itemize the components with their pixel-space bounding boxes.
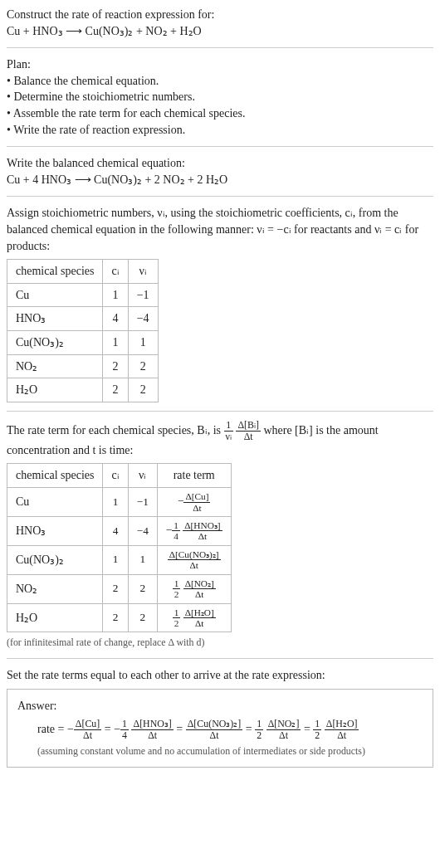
unbalanced-equation: Cu + HNO₃ ⟶ Cu(NO₃)₂ + NO₂ + H₂O (7, 23, 433, 40)
answer-label: Answer: (17, 698, 423, 714)
col-species: chemical species (7, 260, 103, 284)
divider (7, 411, 433, 412)
table-row: HNO₃4−4 (7, 307, 159, 331)
delta-frac: Δ[Cu(NO₃)₂]Δt (168, 549, 221, 571)
plan-bullet: • Write the rate of reaction expression. (7, 122, 433, 139)
coef-frac: 14 (120, 719, 129, 741)
answer-box: Answer: rate = −Δ[Cu]Δt = −14 Δ[HNO₃]Δt … (7, 689, 433, 768)
cell-species: HNO₃ (7, 516, 103, 545)
delta-frac: Δ[Cu]Δt (74, 719, 101, 741)
stoich-section: Assign stoichiometric numbers, νᵢ, using… (7, 205, 433, 402)
rate-label: rate = (37, 723, 67, 735)
final-note: (assuming constant volume and no accumul… (17, 744, 423, 758)
final-title: Set the rate terms equal to each other t… (7, 667, 433, 684)
cell-nui: 2 (128, 574, 157, 603)
rate-term-section: The rate term for each chemical species,… (7, 420, 433, 650)
cell-nui: −4 (128, 307, 158, 331)
table-row: Cu(NO₃)₂11 (7, 330, 159, 354)
cell-rate-term: 12 Δ[NO₂]Δt (157, 574, 231, 603)
rate-table-note: (for infinitesimal rate of change, repla… (7, 636, 433, 650)
cell-ci: 2 (103, 378, 128, 402)
problem-title: Construct the rate of reaction expressio… (7, 7, 433, 23)
cell-rate-term: −Δ[Cu]Δt (157, 488, 231, 517)
coef-frac: 12 (313, 719, 321, 741)
col-ci: cᵢ (103, 260, 128, 284)
table-header-row: chemical species cᵢ νᵢ rate term (7, 464, 232, 488)
cell-nui: −4 (128, 516, 157, 545)
delta-frac: Δ[H₂O]Δt (183, 607, 216, 629)
table-row: Cu1−1−Δ[Cu]Δt (7, 488, 232, 517)
table-row: NO₂2212 Δ[NO₂]Δt (7, 574, 232, 603)
coef-frac: 12 (255, 719, 263, 741)
cell-nui: −1 (128, 283, 158, 307)
cell-ci: 1 (103, 330, 128, 354)
plan-bullet: • Determine the stoichiometric numbers. (7, 89, 433, 105)
delta-frac: Δ[Cu]Δt (183, 491, 210, 513)
cell-rate-term: −14 Δ[HNO₃]Δt (157, 516, 231, 545)
table-row: HNO₃4−4−14 Δ[HNO₃]Δt (7, 516, 232, 545)
divider (7, 47, 433, 48)
cell-species: H₂O (7, 378, 103, 402)
plan-section: Plan: • Balance the chemical equation.• … (7, 56, 433, 138)
plan-bullet: • Balance the chemical equation. (7, 73, 433, 90)
table-row: Cu(NO₃)₂11Δ[Cu(NO₃)₂]Δt (7, 545, 232, 574)
balanced-title: Write the balanced chemical equation: (7, 155, 433, 172)
cell-rate-term: 12 Δ[H₂O]Δt (157, 603, 231, 632)
cell-nui: 2 (128, 603, 157, 632)
table-row: Cu1−1 (7, 283, 159, 307)
cell-ci: 2 (103, 603, 128, 632)
divider (7, 146, 433, 147)
plan-bullet: • Assemble the rate term for each chemic… (7, 105, 433, 122)
cell-species: Cu(NO₃)₂ (7, 330, 103, 354)
table-row: NO₂22 (7, 354, 159, 378)
final-section: Set the rate terms equal to each other t… (7, 667, 433, 768)
delta-frac: Δ[NO₂]Δt (266, 719, 301, 741)
cell-nui: −1 (128, 488, 157, 517)
stoich-intro: Assign stoichiometric numbers, νᵢ, using… (7, 205, 433, 254)
divider (7, 658, 433, 659)
col-ci: cᵢ (103, 464, 128, 488)
frac-delta-b-over-delta-t: Δ[Bᵢ]Δt (236, 420, 261, 442)
frac-1-over-nu: 1νᵢ (224, 420, 233, 442)
rate-terms-table: chemical species cᵢ νᵢ rate term Cu1−1−Δ… (7, 463, 232, 632)
delta-frac: Δ[Cu(NO₃)₂]Δt (186, 719, 243, 741)
cell-ci: 2 (103, 354, 128, 378)
cell-species: NO₂ (7, 574, 103, 603)
coef-frac: 12 (173, 607, 181, 629)
cell-nui: 1 (128, 330, 158, 354)
col-species: chemical species (7, 464, 103, 488)
stoich-table: chemical species cᵢ νᵢ Cu1−1HNO₃4−4Cu(NO… (7, 259, 159, 402)
cell-ci: 1 (103, 545, 128, 574)
coef-frac: 14 (172, 520, 180, 542)
cell-species: HNO₃ (7, 307, 103, 331)
balanced-section: Write the balanced chemical equation: Cu… (7, 155, 433, 188)
delta-frac: Δ[NO₂]Δt (183, 578, 216, 600)
col-nui: νᵢ (128, 464, 157, 488)
cell-ci: 1 (103, 283, 128, 307)
cell-ci: 4 (103, 307, 128, 331)
rate-term-intro: The rate term for each chemical species,… (7, 420, 433, 459)
delta-frac: Δ[H₂O]Δt (325, 719, 359, 741)
table-header-row: chemical species cᵢ νᵢ (7, 260, 159, 284)
cell-species: Cu (7, 283, 103, 307)
coef-frac: 12 (173, 578, 181, 600)
cell-rate-term: Δ[Cu(NO₃)₂]Δt (157, 545, 231, 574)
cell-species: Cu (7, 488, 103, 517)
cell-ci: 1 (103, 488, 128, 517)
cell-nui: 1 (128, 545, 157, 574)
cell-nui: 2 (128, 354, 158, 378)
col-rate-term: rate term (157, 464, 231, 488)
table-row: H₂O2212 Δ[H₂O]Δt (7, 603, 232, 632)
table-row: H₂O22 (7, 378, 159, 402)
cell-species: Cu(NO₃)₂ (7, 545, 103, 574)
plan-title: Plan: (7, 56, 433, 73)
divider (7, 196, 433, 197)
cell-ci: 4 (103, 516, 128, 545)
cell-species: NO₂ (7, 354, 103, 378)
cell-nui: 2 (128, 378, 158, 402)
cell-species: H₂O (7, 603, 103, 632)
delta-frac: Δ[HNO₃]Δt (183, 520, 222, 542)
col-nui: νᵢ (128, 260, 158, 284)
balanced-equation: Cu + 4 HNO₃ ⟶ Cu(NO₃)₂ + 2 NO₂ + 2 H₂O (7, 172, 433, 188)
rate-expression: rate = −Δ[Cu]Δt = −14 Δ[HNO₃]Δt = Δ[Cu(N… (17, 719, 423, 741)
